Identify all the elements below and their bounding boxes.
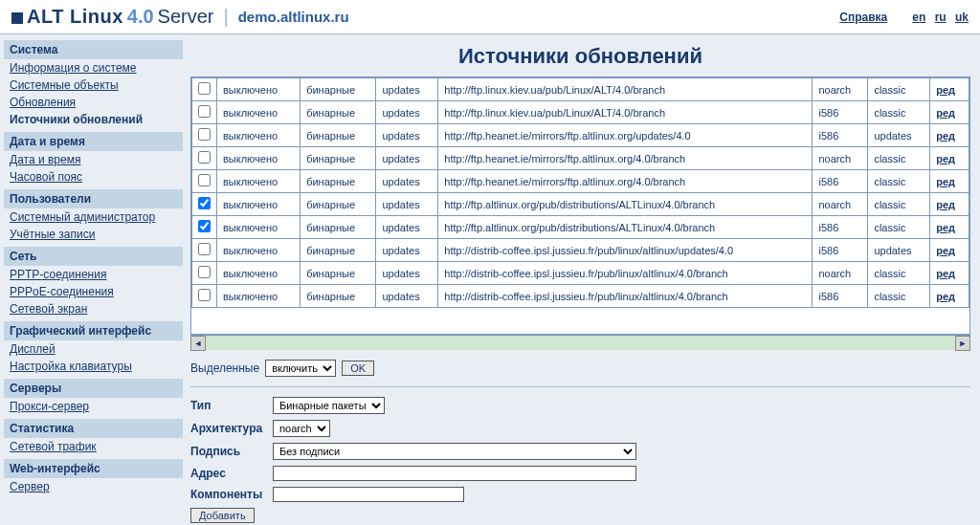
cell-kind: бинарные xyxy=(301,262,376,285)
sidebar-head: Графический интерфейс xyxy=(4,321,183,340)
cell-cat: updates xyxy=(376,78,438,101)
row-checkbox[interactable] xyxy=(198,151,211,164)
sidebar-item[interactable]: Сетевой экран xyxy=(10,302,87,316)
edit-link[interactable]: ред xyxy=(936,245,955,256)
edit-link[interactable]: ред xyxy=(936,107,955,119)
page-title: Источники обновлений xyxy=(190,44,970,69)
logo-version: 4.0 xyxy=(127,6,154,28)
cell-sig: classic xyxy=(868,101,930,124)
lang-en[interactable]: en xyxy=(912,11,925,24)
row-checkbox[interactable] xyxy=(198,174,211,186)
bulk-action-select[interactable]: включить xyxy=(265,360,336,377)
sidebar-item[interactable]: Системные объекты xyxy=(10,78,119,92)
sidebar-item[interactable]: Системный администратор xyxy=(10,210,155,224)
scroll-right-icon[interactable]: ► xyxy=(955,336,970,351)
comp-input[interactable] xyxy=(273,487,464,502)
sidebar-item[interactable]: Дата и время xyxy=(10,153,80,166)
cell-state: выключено xyxy=(217,285,301,308)
cell-sig: classic xyxy=(868,170,930,193)
horizontal-scrollbar[interactable]: ◄ ► xyxy=(190,335,970,350)
cell-url: http://ftp.heanet.ie/mirrors/ftp.altlinu… xyxy=(438,170,813,193)
sidebar-head: Дата и время xyxy=(4,132,183,151)
row-checkbox[interactable] xyxy=(198,197,211,209)
cell-cat: updates xyxy=(376,124,438,147)
cell-url: http://ftp.linux.kiev.ua/pub/Linux/ALT/4… xyxy=(438,101,813,124)
logo-square-icon xyxy=(11,12,23,24)
row-checkbox[interactable] xyxy=(198,82,211,95)
sidebar-head: Сеть xyxy=(4,247,183,266)
cell-cat: updates xyxy=(376,216,438,239)
sidebar-item[interactable]: PPTP-соединения xyxy=(10,268,106,281)
sidebar-item[interactable]: Сетевой трафик xyxy=(10,440,97,453)
arch-select[interactable]: noarch xyxy=(273,420,330,437)
row-checkbox[interactable] xyxy=(198,105,211,118)
type-select[interactable]: Бинарные пакеты xyxy=(273,397,385,414)
logo: ALT Linux 4.0 Server xyxy=(11,6,214,28)
row-checkbox[interactable] xyxy=(198,220,211,232)
cell-url: http://ftp.linux.kiev.ua/pub/Linux/ALT/4… xyxy=(438,78,813,101)
sidebar-item[interactable]: Учётные записи xyxy=(10,228,95,241)
cell-kind: бинарные xyxy=(301,193,376,216)
sidebar-item[interactable]: Сервер xyxy=(10,480,50,493)
cell-cat: updates xyxy=(376,170,438,193)
divider: | xyxy=(224,6,229,28)
cell-state: выключено xyxy=(217,78,301,101)
sidebar-head: Web-интерфейс xyxy=(4,459,183,478)
sidebar-item[interactable]: Информация о системе xyxy=(10,61,136,75)
sidebar-item[interactable]: Прокси-сервер xyxy=(10,400,89,413)
sidebar-head: Пользователи xyxy=(4,189,183,208)
add-button[interactable]: Добавить xyxy=(190,508,255,523)
cell-cat: updates xyxy=(376,101,438,124)
cell-url: http://ftp.altlinux.org/pub/distribution… xyxy=(438,193,813,216)
main: Источники обновлений выключенобинарныеup… xyxy=(187,34,980,525)
cell-kind: бинарные xyxy=(301,78,376,101)
row-checkbox[interactable] xyxy=(198,289,211,301)
sidebar-item[interactable]: PPPoE-соединения xyxy=(10,285,114,298)
addr-input[interactable] xyxy=(273,466,636,481)
cell-arch: noarch xyxy=(813,262,868,285)
lang-ru[interactable]: ru xyxy=(935,11,947,24)
sources-table: выключенобинарныеupdateshttp://ftp.linux… xyxy=(191,77,969,308)
sidebar-item[interactable]: Дисплей xyxy=(10,342,56,356)
sidebar-item[interactable]: Обновления xyxy=(10,96,76,109)
scroll-track[interactable] xyxy=(206,336,955,350)
cell-kind: бинарные xyxy=(301,239,376,262)
cell-kind: бинарные xyxy=(301,101,376,124)
sidebar-head: Статистика xyxy=(4,419,183,438)
cell-url: http://ftp.heanet.ie/mirrors/ftp.altlinu… xyxy=(438,124,813,147)
table-row: выключенобинарныеupdateshttp://ftp.linux… xyxy=(192,78,969,101)
edit-link[interactable]: ред xyxy=(936,291,955,302)
bulk-ok-button[interactable]: OK xyxy=(342,361,374,376)
sources-table-wrap: выключенобинарныеupdateshttp://ftp.linux… xyxy=(190,77,970,335)
help-link[interactable]: Справка xyxy=(839,11,887,24)
edit-link[interactable]: ред xyxy=(936,84,955,96)
cell-sig: classic xyxy=(868,262,930,285)
cell-sig: updates xyxy=(868,124,930,147)
cell-arch: i586 xyxy=(813,285,868,308)
row-checkbox[interactable] xyxy=(198,243,211,255)
sidebar-item[interactable]: Настройка клавиатуры xyxy=(10,360,132,373)
cell-state: выключено xyxy=(217,262,301,285)
lang-uk[interactable]: uk xyxy=(955,11,969,24)
edit-link[interactable]: ред xyxy=(936,153,955,164)
table-row: выключенобинарныеupdateshttp://ftp.heane… xyxy=(192,124,969,147)
table-row: выключенобинарныеupdateshttp://ftp.altli… xyxy=(192,193,969,216)
edit-link[interactable]: ред xyxy=(936,222,955,233)
cell-sig: classic xyxy=(868,216,930,239)
sidebar-item[interactable]: Часовой пояс xyxy=(10,170,82,184)
divider xyxy=(190,386,970,387)
scroll-left-icon[interactable]: ◄ xyxy=(190,336,206,351)
row-checkbox[interactable] xyxy=(198,266,211,278)
sig-select[interactable]: Без подписи xyxy=(273,443,636,460)
edit-link[interactable]: ред xyxy=(936,176,955,187)
addr-label: Адрес xyxy=(190,467,267,480)
cell-arch: noarch xyxy=(813,78,868,101)
edit-link[interactable]: ред xyxy=(936,130,955,142)
cell-sig: classic xyxy=(868,193,930,216)
edit-link[interactable]: ред xyxy=(936,199,955,210)
edit-link[interactable]: ред xyxy=(936,268,955,279)
cell-arch: i586 xyxy=(813,101,868,124)
row-checkbox[interactable] xyxy=(198,128,211,141)
sidebar-item[interactable]: Источники обновлений xyxy=(10,113,143,126)
cell-sig: updates xyxy=(868,239,930,262)
